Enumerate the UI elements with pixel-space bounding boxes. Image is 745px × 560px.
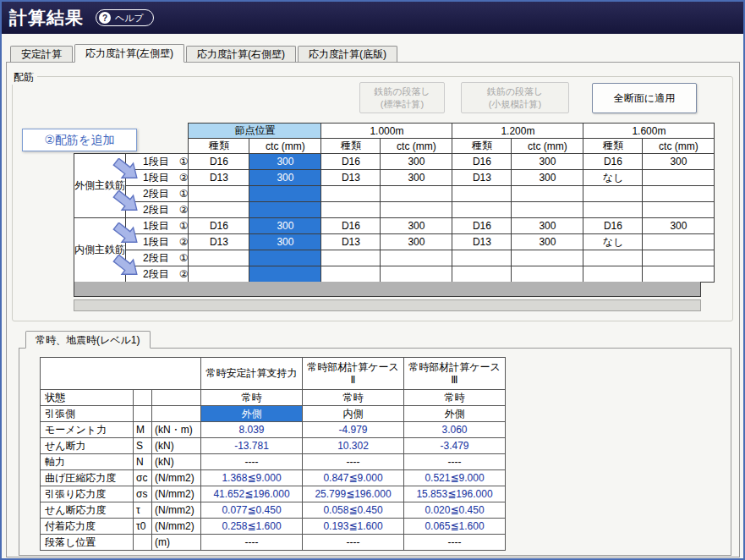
rebar-type-cell[interactable] [189,186,249,202]
rebar-type-cell[interactable] [452,186,512,202]
rebar-ctc-cell[interactable]: 300 [512,154,583,170]
rebar-type-cell[interactable]: なし [583,170,643,186]
rebar-type-cell[interactable]: D16 [452,154,512,170]
rebar-type-cell[interactable]: D16 [583,154,643,170]
result-row-unit: (m) [152,535,201,551]
rebar-ctc-cell[interactable] [249,250,321,266]
result-row-symbol: N [134,454,152,470]
rebar-type-cell[interactable] [321,202,381,218]
help-button[interactable]: ? ヘルプ [96,9,154,26]
rebar-ctc-cell[interactable]: 300 [643,154,715,170]
result-value-cell: 0.077≦0.450 [201,502,303,519]
rebar-ctc-cell[interactable] [381,186,452,202]
rebar-ctc-cell[interactable]: 300 [249,170,321,186]
result-value-cell: 外側 [404,406,506,422]
sub-header: 種類 [321,139,381,154]
rebar-type-cell[interactable]: D16 [452,218,512,234]
rebar-ctc-cell[interactable]: 300 [381,218,452,234]
add-rebar-arrow-icon [109,255,145,278]
rebar-type-cell[interactable]: D13 [189,170,249,186]
rebar-ctc-cell[interactable] [381,202,452,218]
result-row-unit: (N/mm2) [152,470,201,486]
rebar-ctc-cell[interactable]: 300 [512,234,583,250]
rebar-type-cell[interactable] [452,202,512,218]
rebar-type-cell[interactable] [583,250,643,266]
rebar-type-cell[interactable] [321,266,381,283]
tab-stress-bottom-slab[interactable]: 応力度計算(底版) [298,46,397,63]
result-row-unit [152,390,201,406]
rebar-type-cell[interactable]: D13 [452,170,512,186]
tab-bar: 安定計算 応力度計算(左側壁) 応力度計算(右側壁) 応力度計算(底版) [10,44,399,63]
rebar-ctc-cell[interactable] [249,266,321,283]
rebar-type-cell[interactable]: D13 [452,234,512,250]
result-value-cell: 3.060 [404,422,506,438]
rebar-ctc-cell[interactable] [643,202,715,218]
rebar-ctc-cell[interactable] [381,266,452,283]
rebar-ctc-cell[interactable]: 300 [643,218,715,234]
rebar-type-cell[interactable]: D13 [321,170,381,186]
result-row-unit: (N/mm2) [152,502,201,519]
result-value-cell: 0.058≦0.450 [303,502,404,519]
rebar-ctc-cell[interactable]: 300 [249,154,321,170]
rebar-ctc-cell[interactable]: 300 [249,234,321,250]
apply-all-sections-button[interactable]: 全断面に適用 [592,83,697,113]
rebar-type-cell[interactable]: D16 [189,218,249,234]
rebar-ctc-cell[interactable]: 300 [381,234,452,250]
rebar-type-cell[interactable] [583,186,643,202]
result-value-cell: 25.799≦196.000 [303,486,404,502]
rebar-type-cell[interactable] [189,202,249,218]
result-value-cell: 0.065≦1.600 [404,519,506,535]
result-row-name: せん断力 [41,438,134,454]
result-value-cell: 0.020≦0.450 [404,502,506,519]
rebar-ctc-cell[interactable] [381,250,452,266]
rebar-type-cell[interactable]: D16 [321,218,381,234]
tab-stability-calc[interactable]: 安定計算 [10,46,73,63]
rebar-ctc-cell[interactable]: 300 [381,154,452,170]
rebar-type-cell[interactable] [321,250,381,266]
sub-header: 種類 [452,139,512,154]
rebar-type-cell[interactable]: D16 [583,218,643,234]
rebar-type-cell[interactable] [189,250,249,266]
question-icon: ? [99,12,111,24]
rebar-ctc-cell[interactable]: 300 [512,170,583,186]
rebar-type-cell[interactable]: D16 [321,154,381,170]
rebar-type-cell[interactable] [583,202,643,218]
rebar-type-cell[interactable] [583,266,643,283]
rebar-row: 1段目 ②D13300D13300D13300なし [74,170,715,186]
rebar-ctc-cell[interactable] [249,186,321,202]
rebar-grid-scrollbar[interactable] [74,299,701,311]
rebar-type-cell[interactable] [321,186,381,202]
rebar-type-cell[interactable]: なし [583,234,643,250]
rebar-ctc-cell[interactable] [512,202,583,218]
rebar-table: 節点位置1.000m1.200m1.600m種類ctc (mm)種類ctc (m… [74,123,715,283]
rebar-type-cell[interactable]: D16 [189,154,249,170]
tab-stress-left-wall[interactable]: 応力度計算(左側壁) [74,44,184,63]
rebar-ctc-cell[interactable] [249,202,321,218]
result-row-unit: (N/mm2) [152,486,201,502]
col-group-header: 1.200m [452,124,583,139]
rebar-type-cell[interactable]: D13 [321,234,381,250]
rebar-ctc-cell[interactable]: 300 [381,170,452,186]
result-row: 状態常時常時常時 [41,390,506,406]
rebar-ctc-cell[interactable] [512,186,583,202]
tab-normal-seismic-level1[interactable]: 常時、地震時(レベル1) [25,331,151,349]
rebar-ctc-cell[interactable]: 300 [512,218,583,234]
result-col-header: 常時部材計算ケースⅡ [303,358,404,390]
sub-header: ctc (mm) [381,139,452,154]
rebar-ctc-cell[interactable] [643,250,715,266]
rebar-step-small-label-2: (小規模計算) [462,98,568,111]
rebar-ctc-cell[interactable] [512,250,583,266]
rebar-ctc-cell[interactable] [643,170,715,186]
rebar-type-cell[interactable] [452,266,512,283]
rebar-type-cell[interactable] [189,266,249,283]
rebar-ctc-cell[interactable] [643,266,715,283]
rebar-type-cell[interactable] [452,250,512,266]
rebar-ctc-cell[interactable]: 300 [249,218,321,234]
rebar-type-cell[interactable]: D13 [189,234,249,250]
rebar-ctc-cell[interactable] [512,266,583,283]
rebar-ctc-cell[interactable] [643,186,715,202]
result-value-cell: 8.039 [201,422,303,438]
tab-stress-right-wall[interactable]: 応力度計算(右側壁) [186,46,296,63]
col-group-header: 1.000m [321,124,452,139]
rebar-ctc-cell[interactable] [643,234,715,250]
